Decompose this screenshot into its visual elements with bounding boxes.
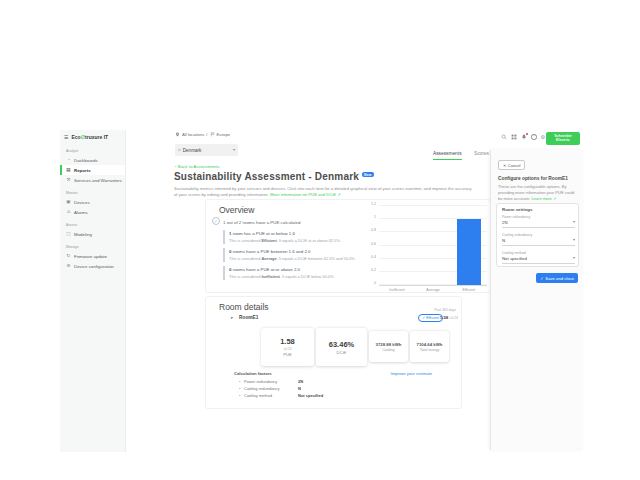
metric-label: Total energy — [420, 348, 440, 352]
chart-xtick-label: Average — [426, 288, 439, 292]
building-icon: ⌂ — [178, 148, 181, 153]
expand-room-icon[interactable]: ▸ — [231, 316, 233, 321]
overview-item-title: 1 room has a PUE at or below 1.6 — [229, 231, 371, 236]
app-logo-pre: Eco — [71, 134, 80, 140]
nav-section-analyze: Analyze — [66, 149, 125, 153]
sidebar-item-firmware-update[interactable]: ↻ Firmware update — [60, 251, 125, 261]
new-badge: New — [362, 172, 374, 178]
sidebar-item-label: Reports — [74, 168, 91, 173]
factor-row-cooling-method: • Cooling method Not specified — [239, 393, 323, 398]
back-link-label: Back to Assessments — [178, 164, 220, 169]
cancel-button[interactable]: ✕Cancel — [498, 160, 525, 170]
tab-scores[interactable]: Scores — [474, 151, 489, 156]
breadcrumb-region[interactable]: Europe — [217, 132, 231, 137]
app-logo: Eco∅truxure IT — [71, 134, 108, 140]
external-link-icon: ↗ — [337, 192, 341, 197]
sidebar-item-label: Firmware update — [74, 254, 107, 259]
alarms-icon: ⚠ — [66, 210, 71, 215]
overview-card: Overview ✓ 1 out of 2 rooms have a PUE c… — [205, 199, 491, 293]
metric-card-dcie: 63.46% DCiE — [316, 328, 367, 366]
field-label: Cooling redundancy — [502, 233, 575, 237]
room-name[interactable]: RoomE1 — [239, 315, 258, 320]
metric-value: 3728.88 kWh — [376, 342, 402, 347]
sidebar-item-label: Modeling — [74, 232, 92, 237]
chart-ytick-label: 0.8 — [371, 230, 376, 234]
location-selector[interactable]: ⌂ Denmark ▾ — [175, 144, 238, 156]
sidebar-item-alarms[interactable]: ⚠ Alarms — [60, 207, 125, 217]
room-details-heading: Room details — [219, 302, 269, 312]
cooling-redundancy-select[interactable]: Cooling redundancy N ▾ — [502, 233, 575, 246]
factor-row-power-redundancy: • Power redundancy 2N — [239, 379, 303, 384]
metric-value: 1.58 — [280, 337, 295, 346]
external-link-icon: ↗ — [553, 196, 556, 201]
panel-description: These are the configurable options. By p… — [498, 184, 577, 201]
overview-item-efficient[interactable]: 1 room has a PUE at or below 1.6 This is… — [223, 230, 371, 244]
sidebar-item-modeling[interactable]: ▢ Modeling — [60, 229, 125, 239]
nav-section-manage: Manage — [66, 245, 125, 249]
dashboards-icon: ◔ — [66, 158, 71, 163]
tab-assessments[interactable]: Assessments — [433, 151, 462, 160]
improve-estimate-link[interactable]: Improve your estimate — [391, 371, 432, 376]
period-label: Past 365 days — [435, 308, 457, 312]
pue-chart-plot: 00.20.40.60.811.2InefficientAverageEffic… — [379, 206, 487, 286]
power-redundancy-select[interactable]: Power redundancy 2N ▾ — [502, 215, 575, 228]
header-icons: ? ⚙ — [501, 134, 555, 140]
factor-label: Cooling method — [244, 393, 298, 398]
sidebar-item-device-configuration[interactable]: ⚙ Device configuration — [60, 261, 125, 271]
factor-label: Power redundancy — [244, 379, 298, 384]
help-icon[interactable]: ? — [531, 134, 537, 140]
overview-item-inefficient[interactable]: 0 rooms have a PUE at or above 2.0 This … — [223, 266, 371, 280]
inline-pue-value: 1.58 ±0.24 — [440, 315, 458, 320]
pue-number: 1.58 — [440, 315, 449, 320]
location-pin-icon — [175, 132, 180, 137]
save-and-close-button[interactable]: ✓Save and close — [536, 273, 578, 283]
sidebar-item-devices[interactable]: ▣ Devices — [60, 197, 125, 207]
overview-item-average[interactable]: 0 rooms have a PUE between 1.6 and 2.0 T… — [223, 248, 371, 262]
reports-icon: ▤ — [66, 168, 71, 173]
chart-bar — [457, 219, 481, 285]
sidebar-item-reports[interactable]: ▤ Reports — [60, 165, 125, 175]
overview-heading: Overview — [219, 205, 254, 215]
page-title-text: Sustainability Assessment - Denmark — [174, 171, 359, 182]
more-information-link[interactable]: More information on PUE and DCiE — [270, 192, 336, 197]
region-flag-icon — [210, 132, 215, 137]
metric-card-cooling: 3728.88 kWh Cooling — [369, 331, 408, 362]
chevron-down-icon: ▾ — [573, 256, 575, 260]
chart-ytick-label: 1.2 — [371, 203, 376, 207]
hamburger-menu-icon[interactable]: ☰ — [64, 135, 68, 140]
logo-line2: Electric — [556, 139, 570, 143]
location-selector-value: Denmark — [183, 148, 202, 153]
room-details-card: Room details ▸ RoomE1 Past 365 days ✓Eff… — [205, 296, 462, 409]
search-icon[interactable] — [501, 134, 507, 140]
settings-gear-icon[interactable]: ⚙ — [541, 135, 545, 140]
sidebar: ☰ Eco∅truxure IT Analyze ◔ Dashboards ▤ … — [60, 130, 126, 452]
desc-post: . It equals a DCiE between 62.5% and 50.… — [277, 256, 356, 261]
metric-card-pue: 1.58 ±0.24 PUE — [261, 328, 314, 366]
sidebar-item-services-warranties[interactable]: ⚒ Services and Warranties — [60, 175, 125, 185]
chart-ytick-label: 1 — [374, 216, 376, 220]
page-title: Sustainability Assessment - DenmarkNew — [174, 171, 374, 182]
notifications-bell-icon[interactable] — [521, 134, 527, 140]
configure-options-panel: ✕Cancel Configure options for RoomE1 The… — [490, 150, 583, 450]
user-avatar[interactable] — [549, 134, 555, 140]
metric-card-total-energy: 7104.64 kWh Total energy — [410, 331, 449, 362]
desc-bold: Inefficient — [261, 274, 279, 279]
breadcrumb: All locations / Europe — [175, 132, 230, 137]
cooling-method-select[interactable]: Cooling method Not specified ▾ — [502, 251, 575, 264]
overview-summary: 1 out of 2 rooms have a PUE calculated — [223, 220, 300, 225]
breadcrumb-separator: / — [206, 132, 207, 137]
field-value: Not specified — [502, 256, 575, 261]
save-label: Save and close — [545, 276, 574, 281]
breadcrumb-all-locations[interactable]: All locations — [182, 132, 204, 137]
desc-pre: This is considered — [229, 274, 261, 279]
chevron-down-icon: ▾ — [573, 220, 575, 224]
sidebar-item-dashboards[interactable]: ◔ Dashboards — [60, 155, 125, 165]
desc-post: . It equals a DCiE below 50.0%. — [280, 274, 335, 279]
page-description: Sustainability metrics informed by your … — [174, 186, 476, 199]
back-to-assessments-link[interactable]: ‹ Back to Assessments — [175, 164, 219, 169]
cancel-label: Cancel — [508, 163, 520, 168]
panel-title: Configure options for RoomE1 — [498, 176, 568, 181]
learn-more-link[interactable]: Learn more — [531, 196, 551, 201]
apps-grid-icon[interactable] — [511, 134, 517, 140]
field-label: Power redundancy — [502, 215, 575, 219]
